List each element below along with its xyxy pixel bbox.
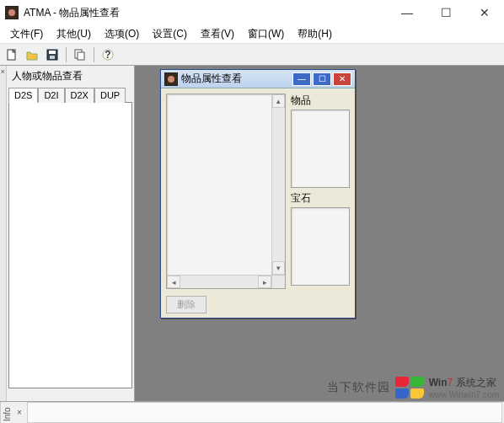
child-maximize-button[interactable]: ☐ (313, 72, 331, 86)
save-icon (46, 49, 58, 61)
menu-options[interactable]: 选项(O) (98, 25, 146, 43)
svg-rect-2 (49, 51, 56, 54)
window-controls: — ☐ ✕ (388, 0, 504, 25)
help-icon: ? (102, 49, 114, 61)
copy-icon (74, 49, 86, 61)
gems-preview-box (291, 207, 350, 286)
delete-button: 删除 (166, 296, 206, 313)
menu-settings[interactable]: 设置(C) (146, 25, 194, 43)
character-item-list[interactable] (8, 102, 132, 388)
svg-rect-5 (78, 52, 84, 60)
window-title: ATMA - 物品属性查看 (24, 6, 388, 20)
vertical-scrollbar[interactable]: ▴ ▾ (271, 94, 285, 275)
child-minimize-button[interactable]: — (292, 72, 311, 86)
info-tab[interactable]: Info (0, 402, 13, 423)
dock-close-icon[interactable]: × (1, 67, 5, 76)
svg-text:?: ? (105, 49, 110, 61)
scroll-left-icon[interactable]: ◂ (167, 276, 180, 288)
info-output-area[interactable] (27, 402, 502, 423)
maximize-button[interactable]: ☐ (426, 0, 465, 25)
child-window-icon (164, 72, 178, 86)
minimize-button[interactable]: — (388, 0, 426, 25)
menu-other[interactable]: 其他(U) (50, 25, 98, 43)
close-button[interactable]: ✕ (465, 0, 504, 25)
child-close-button[interactable]: ✕ (333, 72, 351, 86)
items-preview-box (291, 110, 350, 188)
workspace: × 人物或物品查看 D2S D2I D2X DUP 物品属性查看 — ☐ ✕ (0, 66, 504, 401)
tab-dup[interactable]: DUP (94, 88, 126, 103)
child-window-title: 物品属性查看 (181, 72, 292, 86)
bottom-dock: Info × (0, 401, 504, 423)
scroll-right-icon[interactable]: ▸ (258, 276, 271, 288)
svg-rect-3 (50, 56, 55, 59)
gems-label: 宝石 (291, 191, 350, 206)
toolbar-separator (94, 47, 94, 62)
copy-button[interactable] (72, 46, 88, 63)
scroll-down-icon[interactable]: ▾ (272, 261, 285, 275)
toolbar: ? (0, 44, 504, 66)
tab-d2x[interactable]: D2X (65, 88, 94, 103)
item-scroll-area[interactable]: ▴ ▾ ◂ ▸ (166, 94, 286, 289)
dock-grip[interactable]: × (0, 66, 7, 401)
app-icon (5, 6, 19, 19)
open-button[interactable] (24, 46, 40, 63)
open-icon (26, 49, 38, 61)
tab-d2i[interactable]: D2I (38, 88, 64, 103)
left-panel-title: 人物或物品查看 (8, 67, 132, 85)
toolbar-separator (66, 47, 67, 62)
horizontal-scrollbar[interactable]: ◂ ▸ (167, 275, 271, 288)
main-titlebar: ATMA - 物品属性查看 — ☐ ✕ (0, 0, 504, 25)
new-button[interactable] (3, 46, 20, 63)
scroll-up-icon[interactable]: ▴ (272, 94, 285, 108)
menu-help[interactable]: 帮助(H) (291, 25, 339, 43)
menu-file[interactable]: 文件(F) (3, 25, 50, 43)
tab-d2s[interactable]: D2S (8, 88, 38, 103)
child-titlebar[interactable]: 物品属性查看 — ☐ ✕ (161, 70, 355, 88)
left-dock-panel: × 人物或物品查看 D2S D2I D2X DUP (0, 66, 135, 401)
info-close-icon[interactable]: × (13, 408, 25, 417)
help-button[interactable]: ? (99, 46, 116, 63)
menu-window[interactable]: 窗口(W) (241, 25, 291, 43)
menu-bar: 文件(F) 其他(U) 选项(O) 设置(C) 查看(V) 窗口(W) 帮助(H… (0, 25, 504, 44)
menu-view[interactable]: 查看(V) (194, 25, 241, 43)
left-panel-tabs: D2S D2I D2X DUP (8, 87, 132, 102)
new-icon (6, 49, 18, 61)
items-label: 物品 (291, 94, 350, 108)
scroll-corner (271, 275, 285, 288)
mdi-client-area[interactable]: 物品属性查看 — ☐ ✕ ▴ ▾ ◂ ▸ (135, 66, 504, 401)
save-button[interactable] (44, 46, 61, 63)
item-properties-window: 物品属性查看 — ☐ ✕ ▴ ▾ ◂ ▸ (160, 69, 356, 319)
